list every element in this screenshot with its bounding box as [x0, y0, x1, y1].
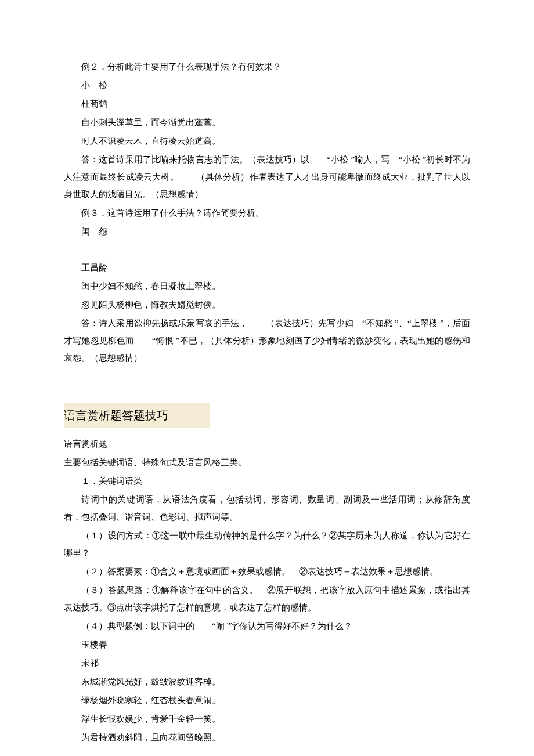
example3-prompt: 例３．这首诗运用了什么手法？请作简要分析。: [64, 204, 470, 222]
poem1-line1: 自小刺头深草里，而今渐觉出蓬蒿。: [64, 114, 470, 131]
section-heading: 语言赏析题答题技巧: [64, 403, 470, 428]
example2-prompt: 例２．分析此诗主要用了什么表现手法？有何效果？: [64, 58, 470, 75]
item2: （２）答案要素：①含义＋意境或画面＋效果或感情。 ②表达技巧＋表达效果＋思想感情…: [64, 563, 470, 580]
spacer-large: [64, 368, 470, 403]
poem2-author: 王昌龄: [64, 259, 470, 276]
poem3-line3: 浮生长恨欢娱少，肯爱千金轻一笑。: [64, 710, 470, 728]
poem3-title: 玉楼春: [64, 636, 470, 653]
item1: （１）设问方式：①这一联中最生动传神的是什么字？为什么？②某字历来为人称道，你认…: [64, 527, 470, 562]
poem3-line1: 东城渐觉风光好，縠皱波纹迎客棹。: [64, 673, 470, 690]
item3: （３）答题思路：①解释该字在句中的含义。 ②展开联想，把该字放入原句中描述景象，…: [64, 581, 470, 616]
keyword-desc: 诗词中的关键词语，从语法角度看，包括动词、形容词、数量词、副词及一些活用词；从修…: [64, 491, 470, 526]
poem3-author: 宋祁: [64, 654, 470, 672]
intro-line1: 语言赏析题: [64, 435, 470, 453]
spacer: [64, 241, 470, 259]
poem1-line2: 时人不识凌云木，直待凌云始道高。: [64, 132, 470, 150]
intro-line2: 主要包括关键词语、特殊句式及语言风格三类。: [64, 454, 470, 471]
poem1-title: 小 松: [64, 77, 470, 94]
poem2-title: 闺 怨: [64, 223, 470, 240]
poem3-line4: 为君持酒劝斜阳，且向花间留晚照。: [64, 729, 470, 746]
poem1-author: 杜荀鹤: [64, 95, 470, 113]
example3-answer: 答：诗人采用欲抑先扬或乐景写哀的手法， （表达技巧）先写少妇 “不知愁 ”、“上…: [64, 314, 470, 367]
keyword-heading: １．关键词语类: [64, 472, 470, 490]
poem3-line2: 绿杨烟外晓寒轻，红杏枝头春意闹。: [64, 692, 470, 709]
poem2-line1: 闺中少妇不知愁，春日凝妆上翠楼。: [64, 277, 470, 295]
poem2-line2: 忽见陌头杨柳色，悔教夫婿觅封侯。: [64, 296, 470, 313]
example2-answer: 答：这首诗采用了比喻来托物言志的手法。（表达技巧）以 “小松 ”喻人，写 “小松…: [64, 151, 470, 203]
item4: （４）典型题例：以下词中的 “闹 ”字你认为写得好不好？为什么？: [64, 617, 470, 635]
